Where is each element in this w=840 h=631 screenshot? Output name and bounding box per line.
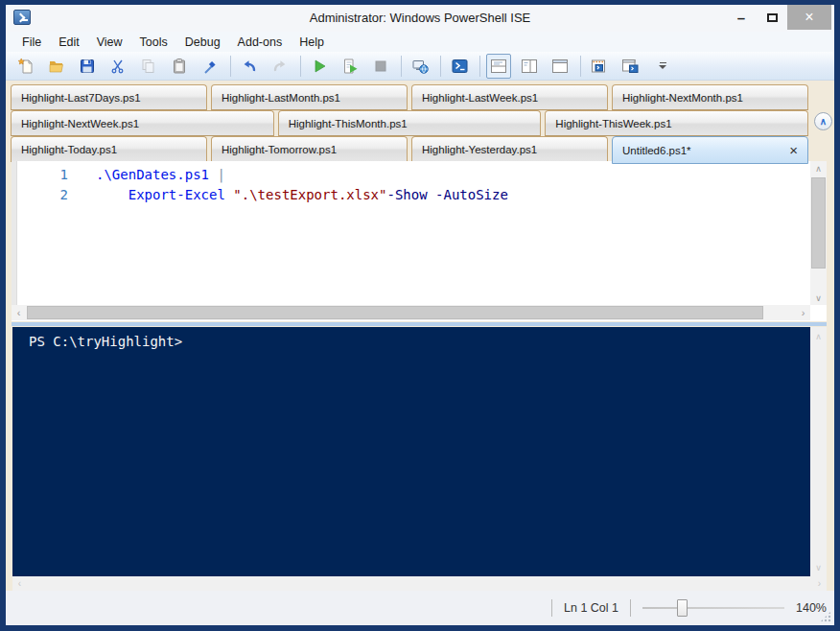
zoom-slider[interactable] bbox=[642, 599, 784, 617]
status-bar: Ln 1 Col 1 140% bbox=[6, 591, 834, 625]
zoom-slider-thumb[interactable] bbox=[677, 599, 688, 617]
tab-highlight-today-ps1[interactable]: Highlight-Today.ps1 bbox=[11, 136, 207, 162]
menu-view[interactable]: View bbox=[88, 34, 131, 51]
scroll-down-icon[interactable]: ∨ bbox=[810, 560, 827, 574]
tab-untitled6-ps1[interactable]: Untitled6.ps1*× bbox=[612, 136, 808, 164]
tab-label: Highlight-LastWeek.ps1 bbox=[422, 92, 597, 104]
layout-right-icon bbox=[521, 58, 538, 74]
scroll-right-icon[interactable]: › bbox=[812, 576, 827, 591]
menu-tools[interactable]: Tools bbox=[131, 34, 176, 51]
console-horizontal-scrollbar[interactable]: ‹ › bbox=[12, 576, 827, 591]
console-pane[interactable]: PS C:\tryHighlight> bbox=[12, 327, 810, 576]
tab-row-1: Highlight-Last7Days.ps1Highlight-LastMon… bbox=[11, 84, 808, 110]
menu-debug[interactable]: Debug bbox=[176, 34, 229, 51]
scrollbar-thumb[interactable] bbox=[811, 177, 826, 269]
tab-highlight-nextweek-ps1[interactable]: Highlight-NextWeek.ps1 bbox=[11, 110, 274, 136]
start-powershell-button[interactable] bbox=[447, 54, 472, 79]
title-bar: Administrator: Windows PowerShell ISE – … bbox=[6, 5, 834, 32]
code-line: Export-Excel ".\testExport.xlsx"-Show -A… bbox=[96, 185, 810, 205]
run-script-button[interactable] bbox=[307, 54, 332, 79]
tab-close-icon[interactable]: × bbox=[783, 143, 798, 157]
tab-label: Untitled6.ps1* bbox=[622, 145, 783, 156]
tab-highlight-yesterday-ps1[interactable]: Highlight-Yesterday.ps1 bbox=[411, 136, 608, 162]
tab-highlight-last7days-ps1[interactable]: Highlight-Last7Days.ps1 bbox=[11, 84, 207, 110]
scroll-up-icon[interactable]: ∧ bbox=[810, 329, 827, 343]
minimize-button[interactable]: – bbox=[726, 5, 757, 30]
menu-help[interactable]: Help bbox=[291, 34, 333, 51]
breakpoint-margin[interactable] bbox=[12, 161, 17, 305]
maximize-icon bbox=[767, 13, 778, 22]
window-title: Administrator: Windows PowerShell ISE bbox=[6, 11, 834, 25]
line-number: 2 bbox=[18, 185, 74, 205]
new-powershell-tab-button[interactable] bbox=[587, 54, 612, 79]
zoom-slider-track[interactable] bbox=[642, 607, 784, 609]
paste-button[interactable] bbox=[167, 54, 192, 79]
editor-horizontal-scrollbar[interactable]: ‹ › bbox=[12, 305, 810, 320]
show-script-pane-top-button[interactable] bbox=[486, 54, 511, 79]
maximize-button[interactable] bbox=[757, 5, 787, 30]
clear-console-icon bbox=[201, 58, 219, 75]
tab-highlight-tomorrow-ps1[interactable]: Highlight-Tomorrow.ps1 bbox=[211, 136, 408, 162]
console-region: PS C:\tryHighlight> ∧ ∨ bbox=[12, 327, 827, 576]
toolbar bbox=[6, 52, 834, 81]
new-remote-powershell-tab-button[interactable] bbox=[408, 54, 432, 79]
scroll-right-icon[interactable]: › bbox=[796, 305, 810, 320]
code-token-operator: | bbox=[217, 167, 224, 182]
toolbar-separator bbox=[300, 56, 301, 77]
scroll-up-icon[interactable]: ∧ bbox=[810, 161, 827, 175]
floppy-icon bbox=[79, 58, 96, 75]
layout-maximized-icon bbox=[551, 58, 569, 74]
undo-arrow-icon bbox=[241, 58, 258, 75]
scissors-icon bbox=[109, 58, 127, 75]
window-controls: – × bbox=[726, 5, 831, 30]
status-separator bbox=[551, 599, 552, 617]
new-tab-icon bbox=[591, 58, 609, 75]
stop-button[interactable] bbox=[368, 54, 393, 79]
save-button[interactable] bbox=[75, 54, 100, 79]
new-script-button[interactable] bbox=[13, 54, 38, 79]
editor-code[interactable]: .\GenDates.ps1 | Export-Excel ".\testExp… bbox=[96, 161, 810, 305]
tab-highlight-nextmonth-ps1[interactable]: Highlight-NextMonth.ps1 bbox=[612, 84, 808, 110]
run-selection-icon bbox=[341, 58, 359, 75]
tab-highlight-lastweek-ps1[interactable]: Highlight-LastWeek.ps1 bbox=[411, 84, 608, 110]
editor-vertical-scrollbar[interactable]: ∧ ∨ bbox=[810, 161, 827, 305]
remote-computer-icon bbox=[411, 58, 430, 75]
scroll-left-icon[interactable]: ‹ bbox=[12, 576, 27, 591]
code-line: .\GenDates.ps1 | bbox=[96, 165, 810, 185]
tab-highlight-lastmonth-ps1[interactable]: Highlight-LastMonth.ps1 bbox=[211, 84, 408, 110]
close-button[interactable]: × bbox=[787, 5, 831, 30]
toolbar-overflow-button[interactable] bbox=[650, 54, 675, 79]
tab-highlight-thismonth-ps1[interactable]: Highlight-ThisMonth.ps1 bbox=[278, 110, 542, 136]
script-pane-tab-icon bbox=[621, 58, 640, 75]
run-selection-button[interactable] bbox=[338, 54, 362, 79]
toolbar-separator bbox=[479, 56, 480, 77]
show-script-pane-tab-button[interactable] bbox=[618, 54, 642, 79]
menu-edit[interactable]: Edit bbox=[50, 34, 88, 51]
show-script-pane-right-button[interactable] bbox=[517, 54, 542, 79]
scrollbar-thumb[interactable] bbox=[27, 306, 763, 319]
tab-row-2: Highlight-NextWeek.ps1Highlight-ThisMont… bbox=[11, 110, 808, 136]
stop-icon bbox=[372, 58, 389, 75]
clear-console-button[interactable] bbox=[198, 54, 222, 79]
collapse-tabs-button[interactable]: ∧ bbox=[814, 112, 832, 130]
toolbar-separator bbox=[230, 56, 231, 77]
tab-highlight-thisweek-ps1[interactable]: Highlight-ThisWeek.ps1 bbox=[545, 110, 808, 136]
open-script-button[interactable] bbox=[44, 54, 69, 79]
console-vertical-scrollbar[interactable]: ∧ ∨ bbox=[810, 327, 827, 576]
cut-button[interactable] bbox=[105, 54, 130, 79]
script-editor-pane: 12 .\GenDates.ps1 | Export-Excel ".\test… bbox=[12, 161, 827, 321]
tab-label: Highlight-Last7Days.ps1 bbox=[21, 92, 197, 104]
code-token-command: .\GenDates.ps1 bbox=[96, 167, 209, 182]
menu-file[interactable]: File bbox=[13, 34, 50, 51]
tab-label: Highlight-ThisMonth.ps1 bbox=[289, 118, 531, 129]
show-script-pane-maximized-button[interactable] bbox=[548, 54, 572, 79]
undo-button[interactable] bbox=[237, 54, 262, 79]
copy-button[interactable] bbox=[136, 54, 161, 79]
scroll-down-icon[interactable]: ∨ bbox=[810, 291, 827, 305]
redo-button[interactable] bbox=[268, 54, 292, 79]
scroll-left-icon[interactable]: ‹ bbox=[12, 305, 26, 320]
menu-add-ons[interactable]: Add-ons bbox=[229, 34, 292, 51]
line-col-indicator: Ln 1 Col 1 bbox=[564, 601, 618, 615]
redo-arrow-icon bbox=[271, 58, 289, 75]
pane-splitter[interactable] bbox=[12, 322, 827, 326]
